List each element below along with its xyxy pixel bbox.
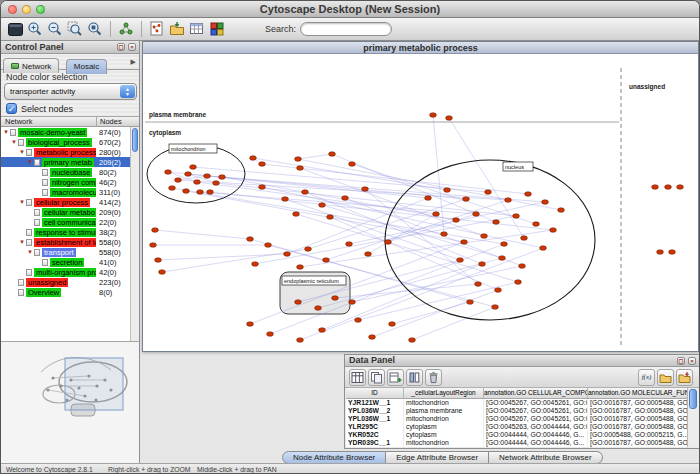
gene-node[interactable] bbox=[165, 170, 172, 175]
table-scrollbar-thumb[interactable] bbox=[689, 389, 697, 409]
gene-node[interactable] bbox=[305, 247, 312, 252]
tree-row[interactable]: ▼primary metab209(2) bbox=[1, 157, 139, 167]
tab-network[interactable]: Network bbox=[3, 58, 59, 73]
table-column-header[interactable]: annotation.GO CELLULAR_COMPONENT bbox=[484, 388, 588, 398]
new-network-icon[interactable] bbox=[147, 19, 167, 39]
gene-node[interactable] bbox=[492, 305, 499, 310]
tree-row[interactable]: ▼establishment of lo558(0) bbox=[1, 237, 139, 247]
gene-node[interactable] bbox=[433, 212, 440, 217]
gene-node[interactable] bbox=[461, 240, 468, 245]
gene-node[interactable] bbox=[204, 174, 211, 179]
gene-node[interactable] bbox=[515, 280, 522, 285]
tree-column-nodes[interactable]: Nodes bbox=[97, 117, 139, 127]
gene-node[interactable] bbox=[501, 242, 508, 247]
gene-node[interactable] bbox=[169, 186, 176, 191]
gene-node[interactable] bbox=[521, 236, 528, 241]
gene-node[interactable] bbox=[297, 166, 304, 171]
gene-node[interactable] bbox=[152, 228, 159, 233]
tree-row[interactable]: cell communica22(0) bbox=[1, 217, 139, 227]
tree-row[interactable]: response to stimul38(2) bbox=[1, 227, 139, 237]
gene-node[interactable] bbox=[175, 178, 182, 183]
select-attributes-icon[interactable] bbox=[349, 369, 366, 386]
tree-row[interactable]: ▼metabolic process280(0) bbox=[1, 147, 139, 157]
gene-node[interactable] bbox=[446, 116, 453, 121]
gene-node[interactable] bbox=[295, 157, 302, 162]
gene-node[interactable] bbox=[295, 300, 302, 305]
gene-node[interactable] bbox=[190, 165, 197, 170]
network-frame-title[interactable]: primary metabolic process bbox=[143, 42, 698, 54]
table-row[interactable]: YPL036W__2plasma membrane[GO:0045267, GO… bbox=[346, 407, 687, 415]
expander-icon[interactable]: ▼ bbox=[3, 129, 10, 135]
import-attributes-icon[interactable] bbox=[657, 369, 674, 386]
gene-node[interactable] bbox=[430, 113, 437, 118]
gene-node[interactable] bbox=[349, 300, 356, 305]
close-panel-icon[interactable]: × bbox=[128, 43, 136, 51]
gene-node[interactable] bbox=[297, 265, 304, 270]
gene-node[interactable] bbox=[495, 288, 502, 293]
gene-node[interactable] bbox=[365, 252, 372, 257]
gene-node[interactable] bbox=[323, 258, 330, 263]
gene-node[interactable] bbox=[349, 162, 356, 167]
gene-node[interactable] bbox=[297, 338, 304, 343]
gene-node[interactable] bbox=[319, 203, 326, 208]
export-attributes-icon[interactable] bbox=[676, 369, 693, 386]
table-row[interactable]: YKR052Ccytoplasm[GO:0044444, GO:0044446,… bbox=[346, 431, 687, 439]
gene-node[interactable] bbox=[247, 322, 254, 327]
tree-row[interactable]: secretion41(0) bbox=[1, 257, 139, 267]
gene-node[interactable] bbox=[155, 258, 162, 263]
function-builder-icon[interactable]: f(x) bbox=[638, 369, 655, 386]
table-row[interactable]: YLR295Ccytoplasm[GO:0045263, GO:0044444,… bbox=[346, 423, 687, 431]
gene-node[interactable] bbox=[525, 192, 532, 197]
zoom-in-icon[interactable] bbox=[25, 19, 45, 39]
tree-row[interactable]: ▼mosaic-demo-yeast874(0) bbox=[1, 127, 139, 137]
gene-node[interactable] bbox=[505, 198, 512, 203]
gene-node[interactable] bbox=[453, 218, 460, 223]
table-row[interactable]: YPL036W__1mitochondrion[GO:0045267, GO:0… bbox=[346, 415, 687, 423]
gene-node[interactable] bbox=[444, 188, 451, 193]
gene-node[interactable] bbox=[327, 215, 334, 220]
gene-node[interactable] bbox=[185, 172, 192, 177]
gene-node[interactable] bbox=[475, 282, 482, 287]
expander-icon[interactable]: ▼ bbox=[27, 249, 34, 255]
table-row[interactable]: YDR039C__1mitochondrion[GO:0044444, GO:0… bbox=[346, 439, 687, 447]
gene-node[interactable] bbox=[479, 262, 486, 267]
gene-node[interactable] bbox=[342, 196, 349, 201]
tree-column-network[interactable]: Network bbox=[1, 117, 97, 127]
gene-node[interactable] bbox=[657, 250, 664, 255]
gene-node[interactable] bbox=[355, 318, 362, 323]
tree-scrollbar[interactable] bbox=[130, 127, 139, 341]
gene-node[interactable] bbox=[485, 190, 492, 195]
import-table-icon[interactable] bbox=[187, 19, 207, 39]
gene-node[interactable] bbox=[247, 237, 254, 242]
gene-node[interactable] bbox=[282, 197, 289, 202]
gene-node[interactable] bbox=[207, 190, 214, 195]
gene-node[interactable] bbox=[493, 220, 500, 225]
expander-icon[interactable]: ▼ bbox=[11, 139, 18, 145]
gene-node[interactable] bbox=[194, 180, 201, 185]
gene-node[interactable] bbox=[457, 258, 464, 263]
gene-node[interactable] bbox=[677, 185, 684, 190]
float-panel-icon[interactable]: ◻ bbox=[117, 43, 125, 51]
gene-node[interactable] bbox=[665, 185, 672, 190]
search-input[interactable] bbox=[300, 22, 392, 36]
gene-node[interactable] bbox=[473, 212, 480, 217]
float-panel-icon[interactable]: ◻ bbox=[677, 357, 685, 365]
gene-node[interactable] bbox=[369, 335, 376, 340]
color-attribute-dropdown[interactable]: transporter activity ▲▼ bbox=[4, 83, 137, 100]
gene-node[interactable] bbox=[302, 190, 309, 195]
gene-node[interactable] bbox=[265, 243, 272, 248]
gene-node[interactable] bbox=[159, 270, 166, 275]
select-nodes-checkbox[interactable]: ✓ bbox=[6, 103, 17, 114]
zoom-fit-icon[interactable] bbox=[85, 19, 105, 39]
copy-attributes-icon[interactable] bbox=[368, 369, 385, 386]
table-column-header[interactable]: annotation.GO MOLECULAR_FUNCTION bbox=[588, 388, 687, 398]
gene-node[interactable] bbox=[329, 152, 336, 157]
tab-scroll-right-icon[interactable]: ▶ bbox=[131, 58, 136, 66]
gene-node[interactable] bbox=[463, 197, 470, 202]
table-column-header[interactable]: ID bbox=[346, 388, 404, 398]
gene-node[interactable] bbox=[550, 228, 557, 233]
gene-node[interactable] bbox=[150, 243, 157, 248]
delete-attribute-icon[interactable] bbox=[425, 369, 442, 386]
gene-node[interactable] bbox=[542, 200, 549, 205]
gene-node[interactable] bbox=[519, 264, 526, 269]
